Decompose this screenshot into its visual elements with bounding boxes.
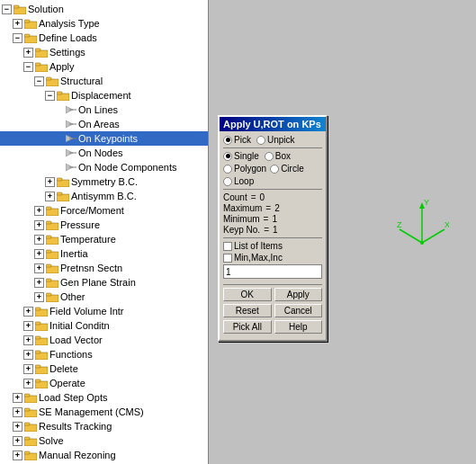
expand-icon-gen-plane-strain[interactable]: + <box>34 278 44 288</box>
tree-item-analysis-type[interactable]: + Analysis Type <box>0 16 208 31</box>
polygon-radio[interactable]: Polygon <box>223 164 266 174</box>
expand-icon-operate[interactable]: + <box>23 379 33 388</box>
tree-item-on-node-components[interactable]: On Node Components <box>0 160 208 174</box>
expand-icon-functions[interactable]: + <box>23 350 33 360</box>
expand-icon-load-step-opts[interactable]: + <box>13 393 22 403</box>
expand-icon-se-management[interactable]: + <box>13 407 22 417</box>
reset-button[interactable]: Reset <box>223 304 272 317</box>
tree-item-initial-conditn[interactable]: + Initial Conditn <box>0 318 208 333</box>
loop-label: Loop <box>234 176 254 186</box>
tree-item-functions[interactable]: + Functions <box>0 347 208 361</box>
min-max-inc-check[interactable]: Min,Max,Inc <box>223 253 322 263</box>
tree-item-load-step-opts[interactable]: + Load Step Opts <box>0 390 208 405</box>
tree-label-delete: Delete <box>49 363 78 374</box>
circle-radio[interactable]: Circle <box>270 164 304 174</box>
pick-all-button[interactable]: Pick All <box>223 320 272 334</box>
expand-icon-define-loads[interactable]: − <box>13 33 22 43</box>
expand-icon-load-vector[interactable]: + <box>23 335 33 345</box>
arrow-icon-on-areas <box>66 120 76 129</box>
unpick-radio[interactable]: Unpick <box>256 135 295 145</box>
single-label: Single <box>234 151 259 161</box>
tree-item-force-moment[interactable]: + Force/Moment <box>0 203 208 218</box>
tree-item-load-vector[interactable]: + Load Vector <box>0 333 208 347</box>
expand-icon-pretnsn-sectn[interactable]: + <box>34 263 44 273</box>
tree-item-manual-rezoning[interactable]: + Manual Rezoning <box>0 448 208 462</box>
tree-label-load-vector: Load Vector <box>49 335 103 345</box>
tree-label-force-moment: Force/Moment <box>60 205 124 216</box>
tree-item-field-volume-intr[interactable]: + Field Volume Intr <box>0 304 208 318</box>
tree-item-delete[interactable]: + Delete <box>0 361 208 376</box>
tree-label-other: Other <box>60 291 85 302</box>
loop-radio[interactable]: Loop <box>223 176 254 186</box>
list-of-items-label: List of Items <box>234 241 283 251</box>
cancel-button[interactable]: Cancel <box>274 304 323 317</box>
expand-icon-antisymm-bc[interactable]: + <box>45 192 55 201</box>
svg-rect-37 <box>46 264 51 267</box>
tree-item-temperature[interactable]: + Temperature <box>0 232 208 246</box>
expand-icon-symmetry-bc[interactable]: + <box>45 177 55 187</box>
tree-item-solve[interactable]: + Solve <box>0 433 208 448</box>
folder-icon-manual-rezoning <box>24 450 37 460</box>
pick-radio[interactable]: Pick <box>223 135 251 145</box>
expand-icon-manual-rezoning[interactable]: + <box>13 451 22 460</box>
minimum-value: 1 <box>272 214 277 224</box>
tree-item-pressure[interactable]: + Pressure <box>0 218 208 232</box>
tree-item-on-keypoints[interactable]: On Keypoints <box>0 131 208 146</box>
tree-item-on-nodes[interactable]: On Nodes <box>0 146 208 160</box>
input-field[interactable] <box>223 264 322 279</box>
ok-button[interactable]: OK <box>223 288 272 301</box>
tree-label-pretnsn-sectn: Pretnsn Sectn <box>60 263 122 273</box>
folder-icon-pressure <box>46 219 58 230</box>
tree-label-define-loads: Define Loads <box>39 32 97 43</box>
expand-icon-apply[interactable]: − <box>23 62 33 72</box>
list-of-items-check[interactable]: List of Items <box>223 241 322 251</box>
expand-icon-temperature[interactable]: + <box>34 235 44 245</box>
expand-icon-analysis-type[interactable]: + <box>13 19 22 29</box>
tree-item-operate[interactable]: + Operate <box>0 376 208 390</box>
tree-item-apply[interactable]: − Apply <box>0 59 208 74</box>
svg-rect-51 <box>35 365 40 368</box>
svg-text:Z: Z <box>397 220 402 229</box>
expand-icon-settings[interactable]: + <box>23 48 33 58</box>
box-radio[interactable]: Box <box>265 151 291 161</box>
dialog-titlebar: Apply U,ROT on KPs <box>220 117 326 131</box>
help-button[interactable]: Help <box>274 320 323 334</box>
tree-item-on-lines[interactable]: On Lines <box>0 103 208 117</box>
tree-label-results-tracking: Results Tracking <box>39 421 112 432</box>
tree-item-results-tracking[interactable]: + Results Tracking <box>0 419 208 433</box>
tree-label-displacement: Displacement <box>71 90 131 101</box>
tree-item-structural[interactable]: − Structural <box>0 74 208 88</box>
single-radio[interactable]: Single <box>223 151 259 161</box>
unpick-label: Unpick <box>267 135 295 145</box>
tree-item-se-management[interactable]: + SE Management (CMS) <box>0 405 208 419</box>
expand-icon-pressure[interactable]: + <box>34 220 44 230</box>
tree-item-symmetry-bc[interactable]: + Symmetry B.C. <box>0 174 208 189</box>
tree-item-other[interactable]: + Other <box>0 290 208 304</box>
apply-button[interactable]: Apply <box>274 288 323 301</box>
tree-item-define-loads[interactable]: − Define Loads <box>0 31 208 45</box>
expand-icon-field-volume-intr[interactable]: + <box>23 307 33 317</box>
expand-icon-structural[interactable]: − <box>34 76 44 86</box>
tree-item-antisymm-bc[interactable]: + Antisymm B.C. <box>0 189 208 203</box>
reset-cancel-row: Reset Cancel <box>223 304 322 317</box>
folder-icon-structural <box>46 76 58 86</box>
tree-item-pretnsn-sectn[interactable]: + Pretnsn Sectn <box>0 261 208 275</box>
expand-icon-other[interactable]: + <box>34 292 44 302</box>
expand-icon-delete[interactable]: + <box>23 364 33 374</box>
tree-label-initial-conditn: Initial Conditn <box>49 320 110 331</box>
tree-item-displacement[interactable]: − Displacement <box>0 88 208 103</box>
expand-icon-force-moment[interactable]: + <box>34 206 44 216</box>
expand-icon-displacement[interactable]: − <box>45 91 55 101</box>
tree-item-solution[interactable]: − Solution <box>0 2 208 16</box>
tree-item-on-areas[interactable]: On Areas <box>0 117 208 131</box>
expand-icon-solution[interactable]: − <box>2 4 12 14</box>
tree-item-gen-plane-strain[interactable]: + Gen Plane Strain <box>0 275 208 290</box>
expand-icon-solve[interactable]: + <box>13 436 22 446</box>
tree-item-inertia[interactable]: + Inertia <box>0 246 208 261</box>
expand-icon-initial-conditn[interactable]: + <box>23 321 33 331</box>
tree-item-settings[interactable]: + Settings <box>0 45 208 59</box>
svg-rect-5 <box>24 34 30 37</box>
expand-icon-inertia[interactable]: + <box>34 249 44 259</box>
expand-icon-results-tracking[interactable]: + <box>13 422 22 432</box>
tree-label-functions: Functions <box>49 349 93 360</box>
